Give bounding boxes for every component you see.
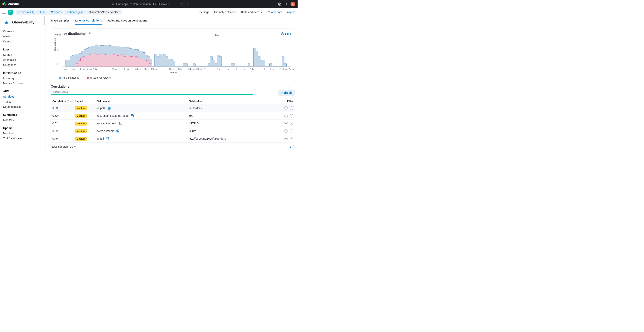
svg-rect-27	[131, 114, 133, 117]
filter-out-icon[interactable]	[290, 114, 293, 118]
table-row[interactable]: 0.52 Medium event.outcome failure	[51, 127, 295, 135]
global-search[interactable]: Find apps, content, and more. Ex: Discov…	[110, 1, 188, 7]
y-tick: 1	[57, 63, 58, 65]
settings-link[interactable]: Settings	[200, 10, 210, 14]
cell-field-name: url.full	[95, 135, 187, 142]
cell-field-value: http://opbeans:3000/api/orders	[187, 135, 279, 142]
filter-in-icon[interactable]	[284, 114, 288, 118]
rows-per-page[interactable]: Rows per page: 10	[51, 145, 76, 148]
tab-failed-transaction-correlations[interactable]: Failed transaction correlations	[107, 19, 147, 25]
nav-toggle-icon[interactable]	[2, 11, 6, 14]
search-icon	[112, 3, 114, 6]
help-tooltip-icon[interactable]: ?	[67, 100, 69, 102]
filter-out-icon[interactable]	[290, 106, 293, 110]
sidebar-group-synthetics: Synthetics	[3, 113, 42, 116]
col-field-name[interactable]: Field name	[95, 98, 187, 104]
sidebar-item-services[interactable]: Services	[3, 94, 42, 99]
help-link[interactable]: Help	[281, 32, 291, 36]
cell-filter	[279, 112, 295, 120]
breadcrumb-item[interactable]: Services	[47, 10, 64, 15]
sidebar-item-stream[interactable]: Stream	[3, 52, 42, 57]
cell-field-name: http.response.status_code	[95, 112, 187, 120]
sidebar-item-overview[interactable]: Overview	[3, 29, 42, 34]
help-tooltip-icon[interactable]: ?	[88, 32, 90, 35]
inspect-link[interactable]: Inspect	[286, 10, 295, 14]
cell-field-name: event.outcome	[95, 127, 187, 135]
legend-item[interactable]: url.path:/api/orders	[87, 76, 111, 79]
chevron-left-icon	[286, 145, 288, 148]
add-data-icon	[267, 10, 270, 14]
impact-badge: Medium	[75, 129, 87, 133]
filter-out-icon[interactable]	[290, 129, 293, 133]
next-page[interactable]	[293, 145, 295, 148]
svg-line-41	[118, 132, 119, 132]
table-row[interactable]: 0.52 Medium http.response.status_code 50…	[51, 112, 295, 120]
sidebar-item-metrics-explorer[interactable]: Metrics Explorer	[3, 81, 42, 86]
breadcrumb-item-current: DispatcherServlet#doGet	[85, 10, 122, 15]
svg-line-29	[132, 116, 133, 117]
sidebar-item-categories[interactable]: Categories	[3, 62, 42, 68]
cell-filter	[279, 127, 295, 135]
impact-badge: Medium	[75, 106, 87, 110]
refresh-button[interactable]: Refresh	[278, 90, 295, 96]
sidebar-item-cases[interactable]: Cases	[3, 39, 42, 44]
filter-out-icon[interactable]	[290, 122, 293, 125]
svg-line-7	[280, 4, 281, 5]
table-row[interactable]: 0.53 Medium url.path /api/orders	[51, 104, 295, 112]
anomaly-detection-link[interactable]: Anomaly detection	[214, 10, 236, 14]
sidebar-item-monitors[interactable]: Monitors	[3, 118, 42, 122]
breadcrumb-item[interactable]: APM	[36, 10, 48, 15]
x-tick: 5 ms	[80, 68, 85, 70]
page-number[interactable]: 1	[289, 145, 291, 148]
user-avatar[interactable]: a	[290, 2, 295, 6]
filter-in-icon[interactable]	[284, 122, 288, 125]
tab-latency-correlations[interactable]: Latency correlations	[75, 19, 102, 25]
svg-rect-11	[5, 22, 6, 24]
svg-line-47	[108, 139, 108, 140]
sidebar-item-tls-certificates[interactable]: TLS Certificates	[3, 136, 42, 141]
brand-logo[interactable]: elastic	[2, 2, 19, 6]
breadcrumb-item[interactable]: Observability	[16, 10, 37, 15]
filter-in-icon[interactable]	[284, 129, 288, 133]
svg-rect-21	[108, 107, 110, 110]
inspect-field-icon[interactable]	[116, 130, 120, 132]
svg-line-4	[278, 3, 279, 4]
filter-in-icon[interactable]	[284, 106, 288, 110]
sidebar-item-anomalies[interactable]: Anomalies	[3, 57, 42, 62]
col-impact[interactable]: Impact	[73, 98, 95, 104]
x-tick: 1 s	[204, 68, 207, 70]
tab-trace-samples[interactable]: Trace samples	[51, 19, 70, 25]
col-field-value[interactable]: Field value	[187, 98, 279, 104]
x-tick: 10 ms	[93, 68, 99, 70]
lifebuoy-icon[interactable]	[278, 2, 282, 6]
inspect-field-icon[interactable]	[108, 106, 111, 110]
table-row[interactable]: 0.45 Medium url.full http://opbeans:3000…	[51, 135, 295, 142]
add-data-link[interactable]: Add data	[267, 10, 282, 14]
legend-item[interactable]: All transactions	[59, 76, 79, 79]
col-correlation[interactable]: Correlation ?	[51, 98, 73, 104]
filter-in-icon[interactable]	[284, 137, 288, 140]
sidebar-item-inventory[interactable]: Inventory	[3, 76, 42, 81]
sidebar-item-monitors[interactable]: Monitors	[3, 131, 42, 136]
space-selector[interactable]: D	[8, 10, 13, 15]
svg-rect-12	[6, 22, 7, 24]
sidebar-item-alerts[interactable]: Alerts	[3, 34, 42, 39]
x-tick: 50 s	[279, 68, 283, 70]
inspect-field-icon[interactable]	[119, 122, 122, 125]
newsfeed-icon[interactable]	[284, 2, 288, 6]
filter-out-icon[interactable]	[290, 137, 293, 140]
legend-swatch-icon	[59, 77, 61, 79]
table-row[interactable]: 0.52 Medium transaction.result HTTP 5xx	[51, 120, 295, 127]
sidebar-group-logs: Logs	[3, 48, 42, 51]
prev-page[interactable]	[286, 145, 288, 148]
svg-point-46	[106, 138, 108, 139]
sidebar-item-traces[interactable]: Traces	[3, 99, 42, 104]
inspect-field-icon[interactable]	[130, 114, 134, 117]
breadcrumb-item[interactable]: opbeans-java	[63, 10, 86, 15]
scrollbar-thumb[interactable]	[44, 16, 45, 25]
alerts-rules-dropdown[interactable]: Alerts and rules	[240, 10, 262, 14]
sidebar-item-dependencies[interactable]: Dependencies	[3, 104, 42, 109]
sidebar-group-apm: APM	[3, 90, 42, 93]
inspect-field-icon[interactable]	[106, 137, 109, 140]
cell-impact: Medium	[73, 127, 95, 135]
